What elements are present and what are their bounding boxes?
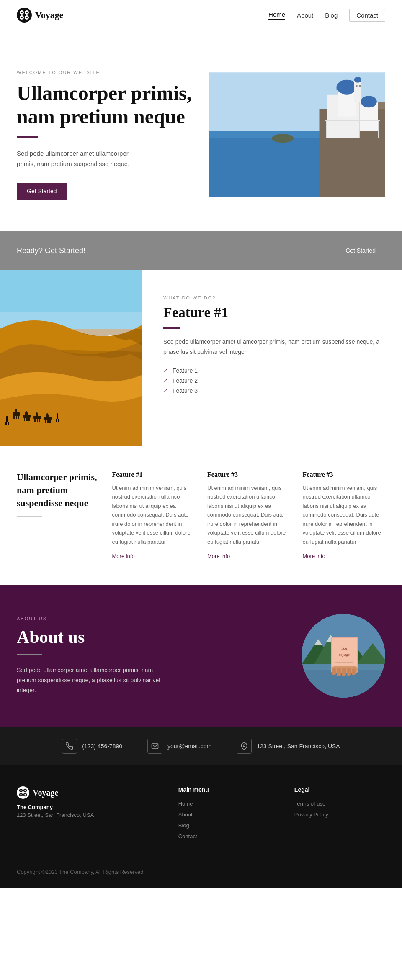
footer-main-menu: Main menu Home About Blog Contact	[178, 786, 269, 843]
footer-legal-item: Terms of use	[294, 800, 385, 807]
contact-phone: (123) 456-7890	[62, 739, 122, 754]
hero-description: Sed pede ullamcorper amet ullamcorper pr…	[17, 148, 142, 169]
feature-section: WHAT DO WE DO? Feature #1 Sed pede ullam…	[0, 270, 402, 446]
svg-point-0	[17, 8, 32, 23]
check-icon-2: ✓	[163, 377, 168, 384]
svg-point-19	[354, 77, 362, 83]
footer-copyright: Copyright ©2023 The Company, All Rights …	[17, 869, 385, 875]
nav-contact[interactable]: Contact	[349, 9, 385, 22]
check-icon-1: ✓	[163, 367, 168, 374]
svg-rect-51	[6, 417, 8, 422]
card-1: Feature #1 Ut enim ad minim veniam, quis…	[112, 471, 195, 560]
feature-list-item: ✓ Feature 1	[163, 367, 385, 374]
footer-menu-about[interactable]: About	[178, 811, 193, 818]
hero-section: WELCOME TO OUR WEBSITE Ullamcorper primi…	[0, 30, 402, 231]
footer-menu-home[interactable]: Home	[178, 801, 193, 807]
footer-terms[interactable]: Terms of use	[294, 801, 325, 807]
footer-menu-contact[interactable]: Contact	[178, 833, 197, 839]
cta-banner: Ready? Get Started! Get Started	[0, 231, 402, 270]
svg-point-23	[361, 96, 377, 107]
card-2-desc: Ut enim ad minim veniam, quis nostrud ex…	[207, 484, 290, 546]
nav-about[interactable]: About	[297, 12, 313, 19]
feature-image	[0, 270, 142, 446]
svg-rect-49	[49, 420, 51, 423]
nav-home[interactable]: Home	[268, 11, 285, 20]
svg-point-79	[243, 745, 245, 747]
footer: Voyage The Company 123 Street, San Franc…	[0, 765, 402, 888]
footer-menu-item: Contact	[178, 832, 269, 840]
about-image-circle: bon voyage	[302, 614, 385, 698]
svg-rect-48	[47, 420, 49, 423]
footer-logo-icon	[17, 786, 29, 799]
svg-point-8	[26, 17, 28, 18]
footer-privacy[interactable]: Privacy Policy	[294, 811, 328, 818]
cards-section: Ullamcorper primis, nam pretium suspendi…	[0, 446, 402, 585]
nav-blog[interactable]: Blog	[325, 12, 338, 19]
logo[interactable]: Voyage	[17, 8, 64, 23]
svg-rect-56	[56, 419, 57, 422]
card-3-link[interactable]: More info	[303, 553, 325, 559]
card-1-link[interactable]: More info	[112, 553, 135, 559]
feature-list-item: ✓ Feature 3	[163, 387, 385, 394]
navigation: Voyage Home About Blog Contact	[0, 0, 402, 30]
svg-rect-44	[39, 419, 40, 422]
feature-content: WHAT DO WE DO? Feature #1 Sed pede ullam…	[142, 270, 402, 446]
cards-intro: Ullamcorper primis, nam pretium suspendi…	[17, 471, 100, 517]
hero-cta-button[interactable]: Get Started	[17, 183, 67, 200]
svg-point-86	[24, 790, 26, 791]
svg-rect-75	[337, 668, 341, 676]
hero-image	[209, 64, 385, 206]
svg-point-24	[272, 134, 294, 143]
svg-rect-33	[16, 416, 17, 419]
svg-point-6	[26, 12, 28, 13]
cards-intro-divider	[17, 516, 42, 517]
svg-rect-46	[46, 414, 49, 417]
footer-legal-title: Legal	[294, 786, 385, 793]
logo-text: Voyage	[35, 10, 64, 20]
svg-point-87	[20, 794, 21, 795]
card-2-title: Feature #3	[207, 471, 290, 478]
card-2-link[interactable]: More info	[207, 553, 230, 559]
svg-rect-42	[34, 419, 36, 422]
footer-menu-blog[interactable]: Blog	[178, 822, 189, 829]
card-2: Feature #3 Ut enim ad minim veniam, quis…	[207, 471, 290, 560]
svg-point-88	[24, 794, 26, 795]
footer-legal: Legal Terms of use Privacy Policy	[294, 786, 385, 843]
logo-icon	[17, 8, 32, 23]
contact-email: your@email.com	[147, 739, 211, 754]
svg-rect-31	[15, 410, 17, 413]
feature-description: Sed pede ullamcorper amet ullamcorper pr…	[163, 337, 385, 357]
card-3-desc: Ut enim ad minim veniam, quis nostrud ex…	[303, 484, 386, 546]
about-title: About us	[17, 627, 285, 647]
contact-bar: (123) 456-7890 your@email.com 123 Street…	[0, 727, 402, 765]
svg-rect-47	[45, 420, 46, 423]
svg-rect-27	[325, 120, 380, 121]
footer-menu-item: About	[178, 811, 269, 818]
svg-rect-78	[352, 668, 356, 675]
address-text: 123 Street, San Francisco, USA	[257, 743, 340, 750]
phone-text: (123) 456-7890	[82, 743, 122, 750]
svg-rect-77	[347, 668, 351, 676]
footer-legal-item: Privacy Policy	[294, 811, 385, 818]
svg-rect-25	[326, 120, 327, 138]
feature-divider	[163, 327, 180, 329]
cards-intro-title: Ullamcorper primis, nam pretium suspendi…	[17, 471, 100, 509]
svg-rect-38	[26, 418, 28, 421]
svg-rect-18	[354, 80, 362, 102]
svg-rect-52	[5, 422, 7, 425]
cta-banner-button[interactable]: Get Started	[336, 243, 385, 258]
card-3-title: Feature #3	[303, 471, 386, 478]
nav-links: Home About Blog Contact	[268, 9, 385, 22]
svg-point-5	[21, 12, 23, 13]
svg-point-54	[57, 413, 58, 415]
email-icon	[147, 739, 162, 754]
hero-image-svg	[209, 64, 385, 206]
svg-rect-34	[18, 416, 19, 419]
feature-item-3: Feature 3	[173, 387, 198, 394]
card-3: Feature #3 Ut enim ad minim veniam, quis…	[303, 471, 386, 560]
footer-top: Voyage The Company 123 Street, San Franc…	[17, 786, 385, 843]
svg-rect-21	[359, 85, 361, 87]
svg-rect-76	[342, 668, 346, 676]
about-description: Sed pede ullamcorper amet ullamcorper pr…	[17, 665, 168, 695]
svg-point-7	[21, 17, 23, 18]
